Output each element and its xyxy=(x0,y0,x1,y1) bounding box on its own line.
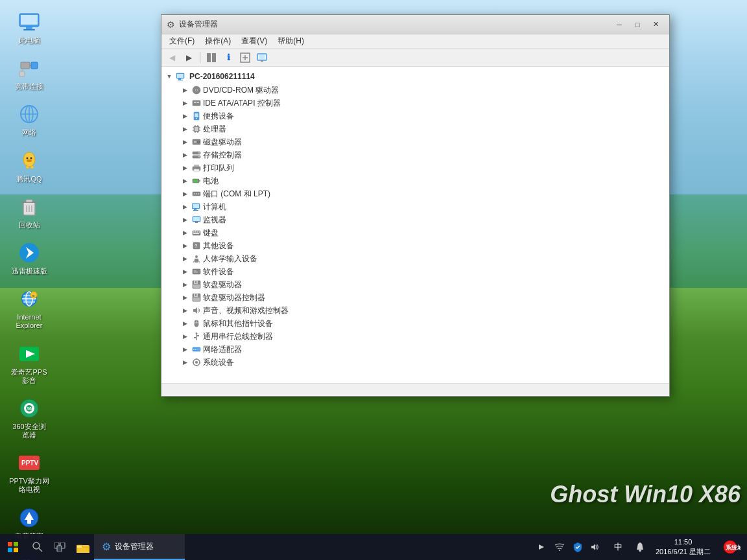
toolbar-forward[interactable]: ▶ xyxy=(181,51,196,65)
svg-rect-80 xyxy=(194,141,196,143)
tray-network-icon[interactable] xyxy=(552,534,567,560)
svg-rect-18 xyxy=(30,166,34,169)
desktop-icon-network[interactable]: 网络 xyxy=(6,99,52,139)
menu-file[interactable]: 文件(F) xyxy=(164,34,200,48)
cpu-expand: ▶ xyxy=(180,124,190,134)
svg-rect-63 xyxy=(197,102,199,103)
diskdrive-label: 磁盘驱动器 xyxy=(203,137,242,148)
svg-point-66 xyxy=(196,118,197,119)
computer-expand: ▶ xyxy=(180,202,190,212)
tray-security-icon[interactable] xyxy=(570,534,586,560)
taskbar-pinned-explorer[interactable] xyxy=(71,534,94,560)
svg-rect-105 xyxy=(195,231,196,233)
desktop-icon-recycle[interactable]: 回收站 xyxy=(6,191,52,232)
desktop-icon-xunlei[interactable]: 迅雷极速版 xyxy=(6,237,52,278)
start-button[interactable] xyxy=(0,534,26,560)
taskbar-search-button[interactable] xyxy=(26,534,49,560)
close-button[interactable]: ✕ xyxy=(647,18,664,31)
desktop-icon-ie[interactable]: e Internet Explorer xyxy=(6,283,52,332)
desktop-icon-360[interactable]: 360 360安全浏览器 xyxy=(6,393,52,442)
battery-expand: ▶ xyxy=(180,176,190,186)
tree-item-software[interactable]: ▶ 软件设备 xyxy=(161,265,669,278)
tree-item-port[interactable]: ▶ 端口 (COM 和 LPT) xyxy=(161,187,669,200)
svg-rect-91 xyxy=(193,180,198,182)
svg-rect-133 xyxy=(197,335,199,336)
tree-item-cpu[interactable]: ▶ 处理器 xyxy=(161,122,669,135)
tree-item-diskdrive[interactable]: ▶ 磁盘驱动器 xyxy=(161,135,669,148)
tree-item-battery[interactable]: ▶ 电池 xyxy=(161,174,669,187)
tray-speaker-icon[interactable] xyxy=(588,534,604,560)
svg-point-149 xyxy=(33,542,40,549)
toolbar-btn2[interactable]: ℹ xyxy=(220,51,236,65)
task-view-button[interactable] xyxy=(49,534,71,560)
tree-item-print[interactable]: ▶ 打印队列 xyxy=(161,161,669,174)
svg-text:系统城: 系统城 xyxy=(725,544,741,551)
svg-point-111 xyxy=(195,255,198,258)
tree-item-usb[interactable]: ▶ 通用串行总线控制器 xyxy=(161,330,669,343)
this-pc-label: 此电脑 xyxy=(19,36,40,45)
tree-item-floppy[interactable]: ▶ 软盘驱动器 xyxy=(161,278,669,291)
menu-action[interactable]: 操作(A) xyxy=(200,34,236,48)
tree-item-ide[interactable]: ▶ IDE ATA/ATAPI 控制器 xyxy=(161,97,669,110)
tree-item-human[interactable]: ▶ 人体学输入设备 xyxy=(161,252,669,265)
svg-rect-115 xyxy=(193,269,200,274)
svg-rect-98 xyxy=(194,209,196,210)
svg-rect-62 xyxy=(194,102,196,103)
menu-view[interactable]: 查看(V) xyxy=(236,34,272,48)
360-icon: 360 xyxy=(16,395,42,421)
desktop-icon-qq[interactable]: 腾讯QQ xyxy=(6,145,52,186)
tree-item-keyboard[interactable]: ▶ 键盘 xyxy=(161,226,669,239)
taskbar-devmgr-icon: ⚙ xyxy=(102,541,111,553)
taskbar-clock[interactable]: 11:50 2016/6/21 星期二 xyxy=(650,534,716,560)
tree-item-other[interactable]: ▶ ? 其他设备 xyxy=(161,239,669,252)
svg-rect-148 xyxy=(14,548,18,552)
svg-rect-132 xyxy=(194,337,196,338)
tree-item-computer[interactable]: ▶ 计算机 xyxy=(161,200,669,213)
tray-notification-icon[interactable] xyxy=(632,534,648,560)
svg-rect-43 xyxy=(27,520,31,524)
window-statusbar xyxy=(161,383,669,396)
toolbar-monitor[interactable] xyxy=(254,51,270,65)
tree-item-monitor[interactable]: ▶ 监视器 xyxy=(161,213,669,226)
toolbar-btn3[interactable] xyxy=(237,51,253,65)
tree-item-sysdev[interactable]: ▶ 系统设备 xyxy=(161,356,669,369)
mouse-expand: ▶ xyxy=(180,318,190,329)
taskbar-devmgr-label: 设备管理器 xyxy=(115,541,154,552)
tray-expand-icon[interactable] xyxy=(534,534,549,560)
window-titlebar[interactable]: ⚙ 设备管理器 ─ □ ✕ xyxy=(161,15,669,34)
taskbar-devmgr-app[interactable]: ⚙ 设备管理器 xyxy=(94,534,185,560)
svg-marker-126 xyxy=(193,307,197,314)
human-label: 人体学输入设备 xyxy=(203,253,257,264)
svg-rect-4 xyxy=(21,62,30,69)
clock-date: 2016/6/21 星期二 xyxy=(656,547,711,557)
toolbar-back[interactable]: ◀ xyxy=(164,51,180,65)
desktop-icon-pps[interactable]: 爱奇艺PPS影音 xyxy=(6,338,52,388)
svg-rect-146 xyxy=(14,542,18,546)
tray-ime-icon[interactable]: 中 xyxy=(606,534,630,560)
svg-rect-90 xyxy=(199,180,200,181)
svg-point-84 xyxy=(198,156,200,158)
tree-item-floppyctrl[interactable]: ▶ 软盘驱动器控制器 xyxy=(161,291,669,304)
tree-item-portable[interactable]: ▶ 便携设备 xyxy=(161,110,669,122)
window-content: ▼ PC-201606211114 ▶ DVD/CD-ROM 驱动器 xyxy=(161,67,669,383)
toolbar-btn1[interactable] xyxy=(204,51,219,65)
desktop-icon-pptv[interactable]: PPTV PPTV聚力网络电视 xyxy=(6,447,52,496)
desktop-icon-broadband[interactable]: 宽带连接 xyxy=(6,52,52,93)
tree-item-netadapter[interactable]: ▶ 网络适配器 xyxy=(161,343,669,356)
tree-item-audio[interactable]: ▶ 声音、视频和游戏控制器 xyxy=(161,304,669,317)
desktop-icon-this-pc[interactable]: 此电脑 xyxy=(6,6,52,47)
tray-syscity-icon[interactable]: 系统城 xyxy=(718,534,742,560)
tree-item-mouse[interactable]: ▶ 鼠标和其他指针设备 xyxy=(161,317,669,330)
tree-root-node[interactable]: ▼ PC-201606211114 xyxy=(161,69,669,84)
this-pc-icon xyxy=(16,9,42,35)
device-tree[interactable]: ▼ PC-201606211114 ▶ DVD/CD-ROM 驱动器 xyxy=(161,67,669,383)
device-manager-window: ⚙ 设备管理器 ─ □ ✕ 文件(F) 操作(A) 查看(V) 帮助(H) ◀ … xyxy=(161,14,670,397)
maximize-button[interactable]: □ xyxy=(629,18,646,31)
menu-help[interactable]: 帮助(H) xyxy=(272,34,309,48)
window-controls: ─ □ ✕ xyxy=(611,18,664,31)
minimize-button[interactable]: ─ xyxy=(611,18,628,31)
tree-item-storage[interactable]: ▶ 存储控制器 xyxy=(161,148,669,161)
software-label: 软件设备 xyxy=(203,266,234,277)
ide-icon xyxy=(192,99,201,108)
tree-item-dvd[interactable]: ▶ DVD/CD-ROM 驱动器 xyxy=(161,84,669,97)
